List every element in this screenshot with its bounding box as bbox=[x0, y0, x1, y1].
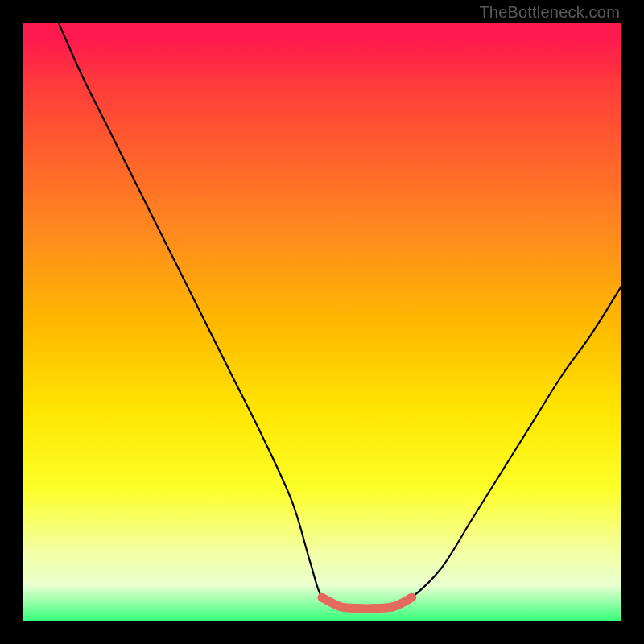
bottleneck-curve bbox=[59, 23, 621, 609]
plot-area bbox=[23, 23, 621, 621]
watermark-text: TheBottleneck.com bbox=[479, 3, 620, 22]
chart-frame: TheBottleneck.com bbox=[0, 0, 644, 644]
chart-svg bbox=[23, 23, 621, 621]
low-bottleneck-highlight bbox=[322, 597, 412, 609]
